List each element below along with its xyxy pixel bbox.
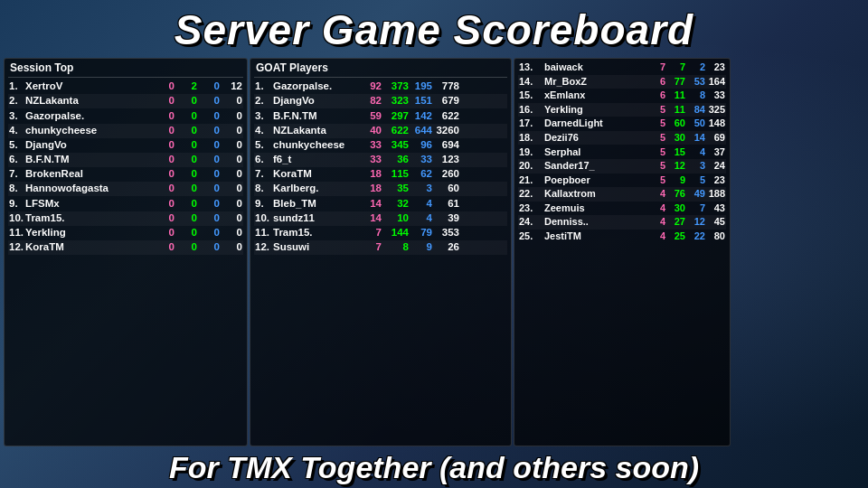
stat4: 0 <box>222 198 242 211</box>
stat4: 0 <box>222 125 242 137</box>
rank: 1. <box>9 80 25 93</box>
stat3: 4 <box>409 198 432 211</box>
stat2: 60 <box>667 117 685 129</box>
stat3: 0 <box>200 80 220 93</box>
stat4: 45 <box>707 216 725 228</box>
stat4: 0 <box>222 212 242 225</box>
rank: 11. <box>9 227 25 239</box>
stat1: 5 <box>647 104 665 116</box>
goat-header: GOAT Players <box>254 61 507 78</box>
list-item: 5. chunkycheese 33 345 96 694 <box>254 138 507 153</box>
footer-text: For TMX Together (and others soon) <box>169 450 699 484</box>
stat3: 49 <box>687 188 705 200</box>
rank: 6. <box>255 154 273 166</box>
stat3: 4 <box>687 146 705 158</box>
stat3: 0 <box>200 227 220 239</box>
player-name: Serphal <box>544 146 647 158</box>
list-item: 1. Gazorpalse. 92 373 195 778 <box>254 80 507 94</box>
rank: 16. <box>519 104 544 116</box>
stat3: 14 <box>687 132 705 144</box>
list-item: 11. Tram15. 7 144 79 353 <box>254 226 507 240</box>
player-name: BrokenReal <box>25 168 155 181</box>
stat3: 84 <box>687 104 705 116</box>
stat2: 30 <box>667 132 685 144</box>
rank: 8. <box>9 183 25 195</box>
stat4: 12 <box>222 80 242 93</box>
stat4: 353 <box>432 227 459 239</box>
list-item: 10. sundz11 14 10 4 39 <box>254 211 507 226</box>
player-name: Gazorpalse. <box>273 80 354 93</box>
stat4: 778 <box>432 80 459 93</box>
stat2: 0 <box>177 168 197 181</box>
rank: 10. <box>9 212 25 225</box>
stat1: 0 <box>155 168 175 181</box>
stat1: 18 <box>354 183 382 195</box>
rank: 19. <box>519 146 544 158</box>
stat1: 6 <box>647 76 665 88</box>
stat2: 7 <box>667 61 685 73</box>
rank: 15. <box>519 89 544 101</box>
stat2: 77 <box>667 76 685 88</box>
stat2: 8 <box>382 241 409 254</box>
player-name: LFSMx <box>25 198 155 211</box>
stat2: 0 <box>177 241 197 254</box>
player-name: Sander17_ <box>544 160 647 172</box>
stat1: 14 <box>354 198 382 211</box>
player-name: Poepboer <box>544 174 647 186</box>
player-name: baiwack <box>544 61 647 73</box>
stat3: 3 <box>409 183 432 195</box>
header: Server Game Scoreboard <box>0 0 868 58</box>
stat1: 0 <box>155 183 175 195</box>
stat4: 61 <box>432 198 459 211</box>
stat3: 53 <box>687 76 705 88</box>
stat2: 0 <box>177 183 197 195</box>
rank: 2. <box>255 95 273 108</box>
stat3: 0 <box>200 198 220 211</box>
stat2: 2 <box>177 80 197 93</box>
stat2: 323 <box>382 95 409 108</box>
list-item: 6. B.F.N.TM 0 0 0 0 <box>8 153 243 167</box>
rank: 23. <box>519 202 544 214</box>
stat1: 0 <box>155 95 175 108</box>
rank: 25. <box>519 230 544 242</box>
rank: 17. <box>519 117 544 129</box>
player-name: KoraTM <box>273 168 354 181</box>
rank: 20. <box>519 160 544 172</box>
stat2: 12 <box>667 160 685 172</box>
player-name: NZLakanta <box>273 125 354 137</box>
stat4: 80 <box>707 230 725 242</box>
stat2: 32 <box>382 198 409 211</box>
stat2: 0 <box>177 125 197 137</box>
player-name: DarnedLight <box>544 117 647 129</box>
stat4: 26 <box>432 241 459 254</box>
page-title: Server Game Scoreboard <box>175 6 693 53</box>
player-name: DjangVo <box>25 139 155 152</box>
rank: 7. <box>255 168 273 181</box>
list-item: 3. Gazorpalse. 0 0 0 0 <box>8 108 243 123</box>
list-item: 20. Sander17_ 5 12 3 24 <box>518 159 726 174</box>
list-item: 14. Mr_BoxZ 6 77 53 164 <box>518 75 726 89</box>
stat3: 79 <box>409 227 432 239</box>
stat2: 0 <box>177 198 197 211</box>
stat3: 8 <box>687 89 705 101</box>
player-name: f6_t <box>273 154 354 166</box>
stat2: 0 <box>177 154 197 166</box>
stat3: 50 <box>687 117 705 129</box>
list-item: 11. Yerkling 0 0 0 0 <box>8 226 243 240</box>
stat4: 0 <box>222 95 242 108</box>
stat3: 0 <box>200 241 220 254</box>
list-item: 16. Yerkling 5 11 84 325 <box>518 103 726 117</box>
list-item: 3. B.F.N.TM 59 297 142 622 <box>254 108 507 123</box>
player-name: Hannowofagasta <box>25 183 155 195</box>
stat2: 0 <box>177 227 197 239</box>
list-item: 1. XertroV 0 2 0 12 <box>8 80 243 94</box>
rank: 18. <box>519 132 544 144</box>
stat1: 14 <box>354 212 382 225</box>
player-name: Susuwi <box>273 241 354 254</box>
stat2: 297 <box>382 110 409 123</box>
stat4: 0 <box>222 139 242 152</box>
stat3: 0 <box>200 212 220 225</box>
stat4: 325 <box>707 104 725 116</box>
stat1: 82 <box>354 95 382 108</box>
stat2: 373 <box>382 80 409 93</box>
